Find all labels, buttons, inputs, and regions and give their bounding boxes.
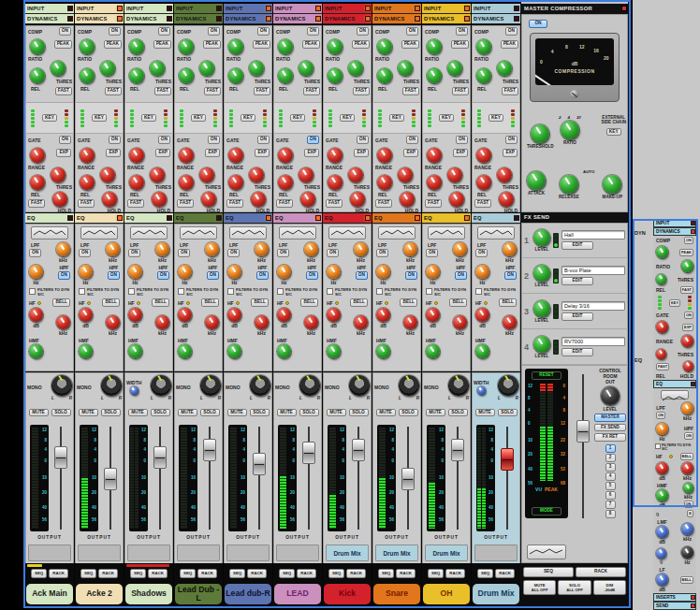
hpf-on-button[interactable]: ON bbox=[207, 271, 219, 280]
comp-thres-knob[interactable] bbox=[398, 61, 413, 76]
rack-button[interactable]: RACK bbox=[297, 569, 316, 578]
seq-button[interactable]: SEQ bbox=[279, 569, 295, 578]
lpf-freq-knob[interactable] bbox=[453, 242, 467, 256]
solo-button[interactable]: SOLO bbox=[448, 409, 468, 417]
gate-rel-knob[interactable] bbox=[328, 175, 343, 190]
hf-bell-button[interactable]: BELL bbox=[499, 298, 517, 307]
gate-range-knob[interactable] bbox=[278, 148, 293, 163]
eq-header[interactable]: EQ bbox=[224, 213, 272, 224]
mini-comp-on[interactable]: ON bbox=[684, 237, 693, 244]
comp-thres-knob[interactable] bbox=[199, 61, 214, 76]
ext-sidechain-key-button[interactable]: KEY bbox=[606, 128, 621, 137]
comp-rel-knob[interactable] bbox=[228, 68, 243, 83]
gate-fast-button[interactable]: FAST bbox=[127, 199, 144, 208]
seq-button[interactable]: SEQ bbox=[80, 569, 96, 578]
hf-gain-knob[interactable] bbox=[79, 308, 93, 322]
channel-name-tab[interactable]: Acke 2 bbox=[76, 584, 123, 604]
width-knob[interactable] bbox=[130, 386, 139, 395]
comp-rel-knob[interactable] bbox=[377, 68, 392, 83]
mute-button[interactable]: MUTE bbox=[128, 409, 148, 417]
comp-ratio-knob[interactable] bbox=[377, 39, 392, 54]
eq-curve-button[interactable] bbox=[180, 226, 217, 240]
mini-hold-knob[interactable] bbox=[683, 361, 693, 371]
hpf-on-button[interactable]: ON bbox=[157, 271, 169, 280]
send-name-field[interactable]: Delay 3/16 bbox=[561, 301, 625, 311]
mini-hmf-gain-knob[interactable] bbox=[656, 489, 668, 501]
gate-rel-knob[interactable] bbox=[80, 175, 95, 190]
gate-hold-knob[interactable] bbox=[400, 192, 415, 207]
comp-fast-button[interactable]: FAST bbox=[353, 87, 370, 95]
pan-knob[interactable] bbox=[299, 375, 320, 396]
gate-fast-button[interactable]: FAST bbox=[276, 199, 293, 208]
rack-button[interactable]: RACK bbox=[396, 569, 416, 578]
master-compressor-header[interactable]: MASTER COMPRESSOR bbox=[521, 4, 628, 14]
hpf-on-button[interactable]: ON bbox=[108, 271, 120, 280]
hf-gain-knob[interactable] bbox=[277, 308, 291, 322]
gate-rel-knob[interactable] bbox=[129, 175, 144, 190]
gate-range-knob[interactable] bbox=[228, 148, 243, 163]
comp-rel-knob[interactable] bbox=[80, 68, 95, 83]
gate-on-button[interactable]: ON bbox=[158, 136, 170, 144]
seq-button[interactable]: SEQ bbox=[31, 569, 47, 578]
mini-lmf-freq-knob[interactable] bbox=[681, 523, 693, 535]
mute-button[interactable]: MUTE bbox=[29, 409, 49, 417]
dynamics-header[interactable]: DYNAMICS bbox=[323, 14, 372, 24]
filters-to-dyn-checkbox[interactable] bbox=[128, 288, 135, 295]
rack-button[interactable]: RACK bbox=[247, 569, 267, 578]
comp-fast-button[interactable]: FAST bbox=[502, 87, 518, 95]
gate-fast-button[interactable]: FAST bbox=[474, 199, 491, 208]
gate-fast-button[interactable]: FAST bbox=[375, 199, 392, 208]
comp-on-button[interactable]: ON bbox=[505, 27, 518, 36]
gate-fast-button[interactable]: FAST bbox=[226, 199, 243, 208]
hpf-freq-knob[interactable] bbox=[29, 265, 43, 279]
output-routing-box[interactable] bbox=[226, 545, 270, 561]
gate-fast-button[interactable]: FAST bbox=[425, 199, 442, 208]
gate-rel-knob[interactable] bbox=[476, 175, 491, 190]
fader-cap[interactable] bbox=[501, 448, 514, 471]
solo-all-off-button[interactable]: SOLOALL OFF bbox=[558, 580, 591, 595]
pan-knob[interactable] bbox=[200, 375, 221, 396]
lpf-on-button[interactable]: ON bbox=[227, 249, 240, 257]
gate-range-knob[interactable] bbox=[179, 148, 194, 163]
hpf-on-button[interactable]: ON bbox=[256, 271, 269, 280]
control-room-level-knob[interactable] bbox=[601, 386, 620, 405]
eq-header[interactable]: EQ bbox=[422, 213, 471, 224]
mini-gate-on[interactable]: ON bbox=[684, 312, 693, 319]
fader-cap[interactable] bbox=[352, 439, 365, 461]
input-header[interactable]: INPUT bbox=[273, 4, 322, 14]
reset-button[interactable]: RESET bbox=[532, 371, 561, 380]
hpf-freq-knob[interactable] bbox=[426, 265, 440, 279]
comp-thres-knob[interactable] bbox=[51, 61, 66, 76]
dynamics-header[interactable]: DYNAMICS bbox=[422, 14, 471, 24]
gate-fast-button[interactable]: FAST bbox=[326, 199, 343, 208]
lpf-on-button[interactable]: ON bbox=[327, 249, 339, 257]
hf-freq-knob[interactable] bbox=[453, 315, 467, 329]
master-rack-button[interactable]: RACK bbox=[576, 567, 626, 577]
comp-on-button[interactable]: ON bbox=[109, 27, 121, 36]
lpf-freq-knob[interactable] bbox=[304, 242, 318, 256]
gate-rel-knob[interactable] bbox=[228, 175, 243, 190]
send-level-knob[interactable] bbox=[533, 336, 550, 353]
comp-ratio-knob[interactable] bbox=[328, 39, 343, 54]
comp-ratio-knob[interactable] bbox=[30, 39, 45, 54]
lpf-freq-knob[interactable] bbox=[205, 242, 219, 256]
pan-knob[interactable] bbox=[101, 375, 122, 396]
comp-rel-knob[interactable] bbox=[476, 68, 491, 83]
comp-fast-button[interactable]: FAST bbox=[254, 87, 270, 95]
lpf-freq-knob[interactable] bbox=[503, 242, 517, 256]
fader-cap[interactable] bbox=[104, 468, 117, 490]
channel-name-tab[interactable]: Lead dub-R bbox=[225, 584, 271, 604]
mini-send-header[interactable]: SEND bbox=[653, 602, 696, 610]
channel-name-tab[interactable]: Kick bbox=[324, 584, 371, 604]
eq-curve-button[interactable] bbox=[31, 226, 68, 240]
comp-thres-knob[interactable] bbox=[100, 61, 115, 76]
mini-hmf-freq-knob[interactable] bbox=[683, 483, 693, 493]
comp-on-button[interactable]: ON bbox=[257, 27, 270, 36]
fader-cap[interactable] bbox=[451, 439, 464, 461]
comp-fast-button[interactable]: FAST bbox=[55, 87, 72, 95]
fader-cap[interactable] bbox=[203, 439, 216, 461]
gate-hold-knob[interactable] bbox=[52, 192, 67, 207]
bus-button-5[interactable]: 5 bbox=[605, 482, 616, 490]
master-fader[interactable] bbox=[574, 372, 592, 520]
eq-header[interactable]: EQ bbox=[75, 213, 124, 224]
